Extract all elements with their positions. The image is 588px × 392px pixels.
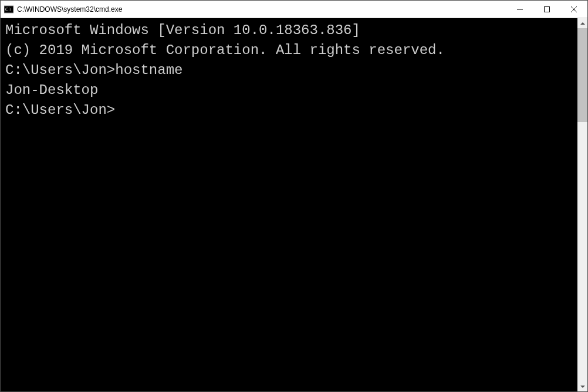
svg-line-5 xyxy=(571,6,577,12)
prompt-command: hostname xyxy=(115,62,183,78)
version-line: Microsoft Windows [Version 10.0.18363.83… xyxy=(5,21,573,40)
chevron-down-icon xyxy=(580,386,585,388)
maximize-button[interactable] xyxy=(533,1,560,18)
prompt-path: C:\Users\Jon> xyxy=(5,62,115,78)
vertical-scrollbar[interactable] xyxy=(577,18,587,391)
titlebar-left: C:\ C:\WINDOWS\system32\cmd.exe xyxy=(1,5,122,14)
hostname-output: Jon-Desktop xyxy=(5,80,573,100)
chevron-up-icon xyxy=(580,22,585,25)
window-controls xyxy=(506,1,587,18)
prompt-line-2[interactable]: C:\Users\Jon> xyxy=(5,100,573,120)
cmd-window: C:\ C:\WINDOWS\system32\cmd.exe Microsof… xyxy=(0,0,588,392)
client-area: Microsoft Windows [Version 10.0.18363.83… xyxy=(1,18,587,391)
terminal-output[interactable]: Microsoft Windows [Version 10.0.18363.83… xyxy=(1,18,577,391)
scroll-thumb[interactable] xyxy=(577,28,587,122)
svg-line-4 xyxy=(571,6,577,12)
prompt-path: C:\Users\Jon> xyxy=(5,102,115,118)
minimize-button[interactable] xyxy=(506,1,533,18)
scroll-down-button[interactable] xyxy=(577,381,587,391)
scroll-up-button[interactable] xyxy=(577,18,587,28)
svg-text:C:\: C:\ xyxy=(5,7,12,12)
prompt-line-1: C:\Users\Jon>hostname xyxy=(5,60,573,80)
svg-rect-3 xyxy=(545,6,550,12)
close-button[interactable] xyxy=(560,1,587,18)
window-title: C:\WINDOWS\system32\cmd.exe xyxy=(17,5,122,13)
cmd-icon: C:\ xyxy=(4,5,13,14)
copyright-line: (c) 2019 Microsoft Corporation. All righ… xyxy=(5,40,573,60)
titlebar[interactable]: C:\ C:\WINDOWS\system32\cmd.exe xyxy=(1,1,587,18)
